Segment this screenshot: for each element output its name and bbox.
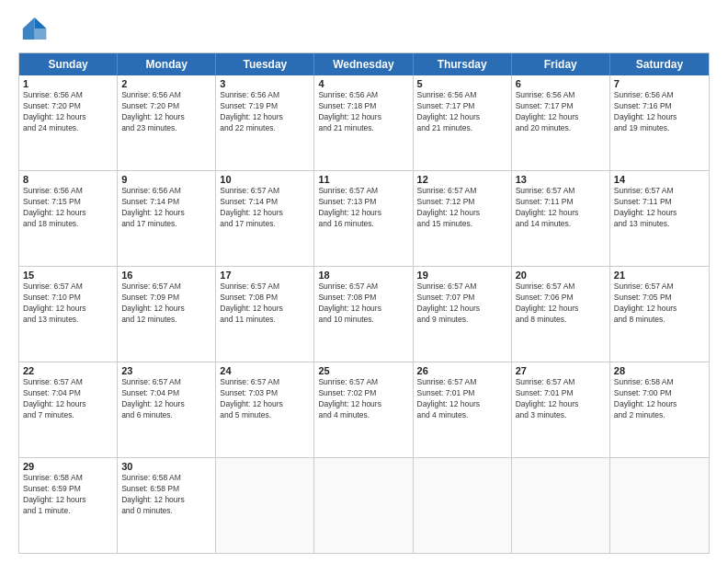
empty-cell	[414, 458, 512, 553]
day-cell-24: 24Sunrise: 6:57 AMSunset: 7:03 PMDayligh…	[216, 362, 314, 457]
day-cell-14: 14Sunrise: 6:57 AMSunset: 7:11 PMDayligh…	[610, 171, 709, 266]
day-info: Sunrise: 6:58 AMSunset: 7:00 PMDaylight:…	[614, 377, 705, 421]
day-cell-20: 20Sunrise: 6:57 AMSunset: 7:06 PMDayligh…	[512, 267, 610, 362]
day-cell-18: 18Sunrise: 6:57 AMSunset: 7:08 PMDayligh…	[314, 267, 413, 362]
day-info: Sunrise: 6:58 AMSunset: 6:59 PMDaylight:…	[23, 473, 113, 517]
day-number: 16	[121, 270, 211, 281]
day-info: Sunrise: 6:56 AMSunset: 7:20 PMDaylight:…	[23, 90, 113, 134]
day-cell-17: 17Sunrise: 6:57 AMSunset: 7:08 PMDayligh…	[216, 267, 314, 362]
day-number: 13	[516, 174, 606, 185]
day-number: 17	[220, 270, 310, 281]
day-info: Sunrise: 6:57 AMSunset: 7:03 PMDaylight:…	[220, 377, 310, 421]
day-info: Sunrise: 6:57 AMSunset: 7:01 PMDaylight:…	[417, 377, 507, 421]
day-info: Sunrise: 6:58 AMSunset: 6:58 PMDaylight:…	[121, 473, 211, 517]
day-info: Sunrise: 6:57 AMSunset: 7:09 PMDaylight:…	[121, 282, 211, 326]
empty-cell	[314, 458, 413, 553]
day-info: Sunrise: 6:56 AMSunset: 7:16 PMDaylight:…	[614, 90, 705, 134]
calendar-row-5: 29Sunrise: 6:58 AMSunset: 6:59 PMDayligh…	[19, 458, 709, 553]
header	[18, 14, 710, 43]
day-info: Sunrise: 6:57 AMSunset: 7:12 PMDaylight:…	[417, 186, 507, 230]
day-number: 5	[417, 78, 507, 89]
calendar-row-2: 8Sunrise: 6:56 AMSunset: 7:15 PMDaylight…	[19, 171, 709, 267]
day-info: Sunrise: 6:57 AMSunset: 7:11 PMDaylight:…	[614, 186, 705, 230]
header-cell-tuesday: Tuesday	[216, 53, 314, 75]
day-info: Sunrise: 6:56 AMSunset: 7:15 PMDaylight:…	[23, 186, 113, 230]
header-cell-sunday: Sunday	[19, 53, 118, 75]
day-number: 23	[121, 365, 211, 376]
day-number: 7	[614, 78, 705, 89]
day-cell-5: 5Sunrise: 6:56 AMSunset: 7:17 PMDaylight…	[414, 75, 512, 170]
logo-icon	[18, 14, 48, 43]
day-cell-30: 30Sunrise: 6:58 AMSunset: 6:58 PMDayligh…	[118, 458, 216, 553]
day-number: 11	[318, 174, 408, 185]
day-number: 26	[417, 365, 507, 376]
day-info: Sunrise: 6:57 AMSunset: 7:01 PMDaylight:…	[516, 377, 606, 421]
day-info: Sunrise: 6:57 AMSunset: 7:04 PMDaylight:…	[23, 377, 113, 421]
header-cell-monday: Monday	[118, 53, 216, 75]
day-info: Sunrise: 6:57 AMSunset: 7:07 PMDaylight:…	[417, 282, 507, 326]
day-number: 10	[220, 174, 310, 185]
day-number: 30	[121, 461, 211, 472]
day-cell-12: 12Sunrise: 6:57 AMSunset: 7:12 PMDayligh…	[414, 171, 512, 266]
day-cell-2: 2Sunrise: 6:56 AMSunset: 7:20 PMDaylight…	[118, 75, 216, 170]
day-cell-7: 7Sunrise: 6:56 AMSunset: 7:16 PMDaylight…	[610, 75, 709, 170]
day-number: 14	[614, 174, 705, 185]
day-info: Sunrise: 6:57 AMSunset: 7:11 PMDaylight:…	[516, 186, 606, 230]
calendar-row-1: 1Sunrise: 6:56 AMSunset: 7:20 PMDaylight…	[19, 75, 709, 171]
day-info: Sunrise: 6:57 AMSunset: 7:08 PMDaylight:…	[318, 282, 408, 326]
day-number: 3	[220, 78, 310, 89]
day-info: Sunrise: 6:57 AMSunset: 7:13 PMDaylight:…	[318, 186, 408, 230]
day-number: 15	[23, 270, 113, 281]
calendar-row-4: 22Sunrise: 6:57 AMSunset: 7:04 PMDayligh…	[19, 362, 709, 458]
calendar-header: SundayMondayTuesdayWednesdayThursdayFrid…	[19, 53, 709, 75]
day-number: 9	[121, 174, 211, 185]
day-number: 1	[23, 78, 113, 89]
day-number: 4	[318, 78, 408, 89]
day-cell-4: 4Sunrise: 6:56 AMSunset: 7:18 PMDaylight…	[314, 75, 413, 170]
day-info: Sunrise: 6:57 AMSunset: 7:02 PMDaylight:…	[318, 377, 408, 421]
day-number: 18	[318, 270, 408, 281]
day-cell-21: 21Sunrise: 6:57 AMSunset: 7:05 PMDayligh…	[610, 267, 709, 362]
day-number: 6	[516, 78, 606, 89]
day-info: Sunrise: 6:57 AMSunset: 7:04 PMDaylight:…	[121, 377, 211, 421]
svg-marker-2	[23, 17, 35, 40]
day-number: 19	[417, 270, 507, 281]
day-info: Sunrise: 6:56 AMSunset: 7:18 PMDaylight:…	[318, 90, 408, 134]
day-number: 27	[516, 365, 606, 376]
day-cell-29: 29Sunrise: 6:58 AMSunset: 6:59 PMDayligh…	[19, 458, 118, 553]
day-cell-23: 23Sunrise: 6:57 AMSunset: 7:04 PMDayligh…	[118, 362, 216, 457]
day-cell-15: 15Sunrise: 6:57 AMSunset: 7:10 PMDayligh…	[19, 267, 118, 362]
calendar-row-3: 15Sunrise: 6:57 AMSunset: 7:10 PMDayligh…	[19, 267, 709, 362]
day-number: 25	[318, 365, 408, 376]
day-info: Sunrise: 6:56 AMSunset: 7:19 PMDaylight:…	[220, 90, 310, 134]
page: SundayMondayTuesdayWednesdayThursdayFrid…	[0, 0, 728, 563]
day-number: 2	[121, 78, 211, 89]
header-cell-thursday: Thursday	[414, 53, 512, 75]
day-info: Sunrise: 6:56 AMSunset: 7:20 PMDaylight:…	[121, 90, 211, 134]
svg-marker-1	[35, 29, 47, 40]
day-number: 8	[23, 174, 113, 185]
day-cell-16: 16Sunrise: 6:57 AMSunset: 7:09 PMDayligh…	[118, 267, 216, 362]
day-number: 28	[614, 365, 705, 376]
day-cell-11: 11Sunrise: 6:57 AMSunset: 7:13 PMDayligh…	[314, 171, 413, 266]
day-cell-28: 28Sunrise: 6:58 AMSunset: 7:00 PMDayligh…	[610, 362, 709, 457]
svg-marker-0	[35, 17, 47, 29]
day-cell-25: 25Sunrise: 6:57 AMSunset: 7:02 PMDayligh…	[314, 362, 413, 457]
empty-cell	[610, 458, 709, 553]
day-info: Sunrise: 6:57 AMSunset: 7:05 PMDaylight:…	[614, 282, 705, 326]
day-cell-8: 8Sunrise: 6:56 AMSunset: 7:15 PMDaylight…	[19, 171, 118, 266]
logo	[18, 14, 51, 43]
day-info: Sunrise: 6:56 AMSunset: 7:17 PMDaylight:…	[417, 90, 507, 134]
header-cell-wednesday: Wednesday	[314, 53, 413, 75]
day-number: 20	[516, 270, 606, 281]
day-cell-6: 6Sunrise: 6:56 AMSunset: 7:17 PMDaylight…	[512, 75, 610, 170]
empty-cell	[512, 458, 610, 553]
day-info: Sunrise: 6:57 AMSunset: 7:06 PMDaylight:…	[516, 282, 606, 326]
calendar: SundayMondayTuesdayWednesdayThursdayFrid…	[18, 52, 710, 554]
day-number: 12	[417, 174, 507, 185]
day-info: Sunrise: 6:56 AMSunset: 7:14 PMDaylight:…	[121, 186, 211, 230]
day-cell-19: 19Sunrise: 6:57 AMSunset: 7:07 PMDayligh…	[414, 267, 512, 362]
day-info: Sunrise: 6:56 AMSunset: 7:17 PMDaylight:…	[516, 90, 606, 134]
day-cell-3: 3Sunrise: 6:56 AMSunset: 7:19 PMDaylight…	[216, 75, 314, 170]
empty-cell	[216, 458, 314, 553]
